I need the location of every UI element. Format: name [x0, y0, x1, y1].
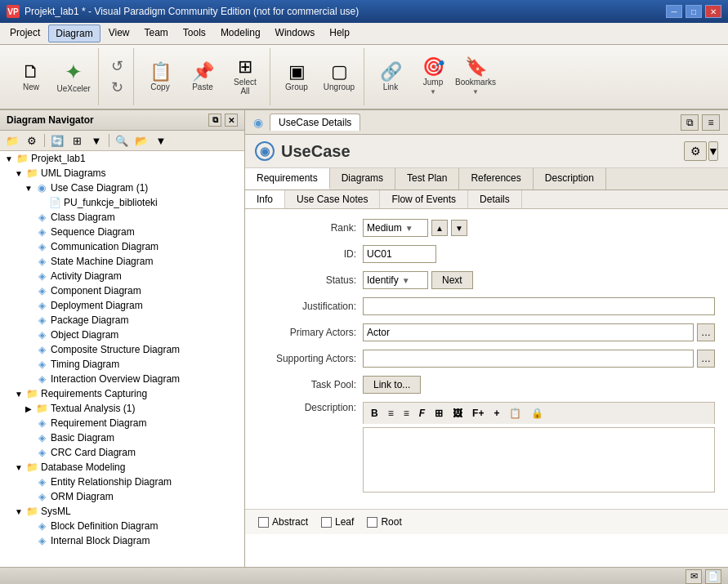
- menu-diagram[interactable]: Diagram: [48, 25, 100, 42]
- ungroup-button[interactable]: ▢ Ungroup: [319, 53, 359, 100]
- tree-item-orm-diagram[interactable]: ◈ ORM Diagram: [0, 489, 244, 504]
- justification-input[interactable]: [363, 297, 715, 315]
- bookmarks-button[interactable]: 🔖 Bookmarks ▼: [456, 53, 495, 100]
- undo-button[interactable]: ↺: [105, 56, 128, 76]
- sidebar-close-button[interactable]: ✕: [225, 114, 238, 127]
- status-dropdown-arrow[interactable]: ▼: [402, 276, 410, 285]
- tree-item-block-definition-diagram[interactable]: ◈ Block Definition Diagram: [0, 519, 244, 533]
- sub-tab-flow-of-events[interactable]: Flow of Events: [380, 190, 468, 208]
- menu-team[interactable]: Team: [138, 25, 175, 42]
- primary-actors-ellipsis-button[interactable]: …: [697, 323, 715, 341]
- supporting-actors-input[interactable]: [363, 350, 694, 368]
- primary-actors-input[interactable]: [363, 323, 694, 341]
- settings-button[interactable]: ⚙: [684, 141, 707, 161]
- tab-test-plan[interactable]: Test Plan: [395, 168, 459, 189]
- tree-item-composite-structure-diagram[interactable]: ◈ Composite Structure Diagram: [0, 342, 244, 357]
- select-all-button[interactable]: ⊞ SelectAll: [226, 53, 265, 100]
- sidebar-tool-filter[interactable]: ▼: [87, 132, 105, 149]
- sidebar-tool-folder2[interactable]: 📂: [132, 132, 150, 149]
- rank-dropdown[interactable]: Medium ▼: [363, 219, 428, 237]
- desc-image-button[interactable]: 🖼: [449, 405, 467, 421]
- tree-root[interactable]: ▼ 📁 Projekt_lab1: [0, 151, 244, 166]
- uml-expand[interactable]: ▼: [13, 169, 25, 178]
- root-expand[interactable]: ▼: [3, 154, 15, 163]
- tree-item-state-machine-diagram[interactable]: ◈ State Machine Diagram: [0, 254, 244, 269]
- dbm-expand[interactable]: ▼: [13, 463, 25, 472]
- sysml-expand[interactable]: ▼: [13, 507, 25, 516]
- panel-expand-button[interactable]: ⧉: [681, 114, 699, 131]
- tab-diagrams[interactable]: Diagrams: [330, 168, 395, 189]
- tree-item-communication-diagram[interactable]: ◈ Communication Diagram: [0, 239, 244, 254]
- rank-down-button[interactable]: ▼: [451, 220, 467, 236]
- tree-item-entity-relationship-diagram[interactable]: ◈ Entity Relationship Diagram: [0, 475, 244, 489]
- rc-expand[interactable]: ▼: [13, 390, 25, 399]
- status-doc-icon[interactable]: 📄: [705, 569, 721, 584]
- menu-windows[interactable]: Windows: [269, 25, 322, 42]
- sub-tab-info[interactable]: Info: [245, 190, 285, 208]
- desc-copy-button[interactable]: 📋: [505, 405, 525, 421]
- desc-align2-button[interactable]: ≡: [400, 405, 413, 421]
- desc-bold-button[interactable]: B: [367, 405, 382, 421]
- tree-item-pu-funkcje[interactable]: 📄 PU_funkcje_biblioteki: [0, 195, 244, 210]
- tree-item-textual-analysis[interactable]: ▶ 📁 Textual Analysis (1): [0, 401, 244, 416]
- leaf-checkbox[interactable]: [321, 517, 332, 528]
- tree-item-uml-diagrams[interactable]: ▼ 📁 UML Diagrams: [0, 166, 244, 181]
- menu-project[interactable]: Project: [3, 25, 47, 42]
- tab-requirements[interactable]: Requirements: [245, 168, 330, 189]
- description-editor[interactable]: [363, 427, 715, 493]
- link-button[interactable]: 🔗 Link: [371, 53, 410, 100]
- abstract-checkbox[interactable]: [258, 517, 269, 528]
- status-dropdown[interactable]: Identify ▼: [363, 271, 428, 289]
- tree-item-sequence-diagram[interactable]: ◈ Sequence Diagram: [0, 225, 244, 239]
- tree-item-package-diagram[interactable]: ◈ Package Diagram: [0, 313, 244, 328]
- desc-lock-button[interactable]: 🔒: [527, 405, 547, 421]
- tree-item-object-diagram[interactable]: ◈ Object Diagram: [0, 328, 244, 342]
- paste-button[interactable]: 📌 Paste: [183, 53, 222, 100]
- tree-item-interaction-overview-diagram[interactable]: ◈ Interaction Overview Diagram: [0, 372, 244, 386]
- supporting-actors-ellipsis-button[interactable]: …: [697, 350, 715, 368]
- tree-item-timing-diagram[interactable]: ◈ Timing Diagram: [0, 357, 244, 372]
- tree-item-database-modeling[interactable]: ▼ 📁 Database Modeling: [0, 460, 244, 475]
- menu-help[interactable]: Help: [323, 25, 356, 42]
- close-button[interactable]: ✕: [705, 5, 721, 18]
- menu-modeling[interactable]: Modeling: [214, 25, 267, 42]
- jump-button[interactable]: 🎯 Jump ▼: [413, 53, 453, 100]
- menu-view[interactable]: View: [102, 25, 136, 42]
- tree-item-class-diagram[interactable]: ◈ Class Diagram: [0, 210, 244, 225]
- settings-dropdown-button[interactable]: ▼: [708, 141, 718, 161]
- redo-button[interactable]: ↻: [105, 78, 128, 97]
- desc-font-button[interactable]: F: [415, 405, 429, 421]
- tab-references[interactable]: References: [459, 168, 533, 189]
- tree-item-use-case-diagram[interactable]: ▼ ◉ Use Case Diagram (1): [0, 181, 244, 195]
- sub-tab-use-case-notes[interactable]: Use Case Notes: [285, 190, 380, 208]
- rank-up-button[interactable]: ▲: [431, 220, 448, 236]
- uc-expand[interactable]: ▼: [23, 184, 34, 193]
- tree-item-internal-block-diagram[interactable]: ◈ Internal Block Diagram: [0, 533, 244, 548]
- sidebar-tool-more[interactable]: ▼: [152, 132, 170, 149]
- sidebar-tool-expand[interactable]: ⊞: [68, 132, 86, 149]
- tree-item-requirements-capturing[interactable]: ▼ 📁 Requirements Capturing: [0, 386, 244, 401]
- copy-button[interactable]: 📋 Copy: [141, 53, 180, 100]
- title-bar-controls[interactable]: ─ □ ✕: [666, 5, 721, 18]
- status-mail-icon[interactable]: ✉: [686, 569, 702, 584]
- new-button[interactable]: 🗋 New: [11, 53, 51, 100]
- sidebar-tool-folder[interactable]: 📁: [3, 132, 21, 149]
- minimize-button[interactable]: ─: [666, 5, 682, 18]
- desc-table-button[interactable]: ⊞: [431, 405, 447, 421]
- tab-description[interactable]: Description: [534, 168, 606, 189]
- tree-item-deployment-diagram[interactable]: ◈ Deployment Diagram: [0, 298, 244, 313]
- ta-expand[interactable]: ▶: [23, 404, 34, 413]
- sidebar-tool-refresh[interactable]: 🔄: [48, 132, 66, 149]
- tree-item-crc-card-diagram[interactable]: ◈ CRC Card Diagram: [0, 445, 244, 460]
- panel-tab-usecase-details[interactable]: UseCase Details: [270, 114, 360, 131]
- tree-item-sysml[interactable]: ▼ 📁 SysML: [0, 504, 244, 519]
- next-button[interactable]: Next: [431, 271, 473, 289]
- group-button[interactable]: ▣ Group: [277, 53, 316, 100]
- id-input[interactable]: [363, 245, 436, 263]
- tree-item-basic-diagram[interactable]: ◈ Basic Diagram: [0, 430, 244, 445]
- maximize-button[interactable]: □: [686, 5, 702, 18]
- root-checkbox[interactable]: [367, 517, 377, 528]
- panel-menu-button[interactable]: ≡: [702, 114, 720, 131]
- link-to-button[interactable]: Link to...: [363, 376, 421, 394]
- sidebar-tool-settings[interactable]: ⚙: [23, 132, 41, 149]
